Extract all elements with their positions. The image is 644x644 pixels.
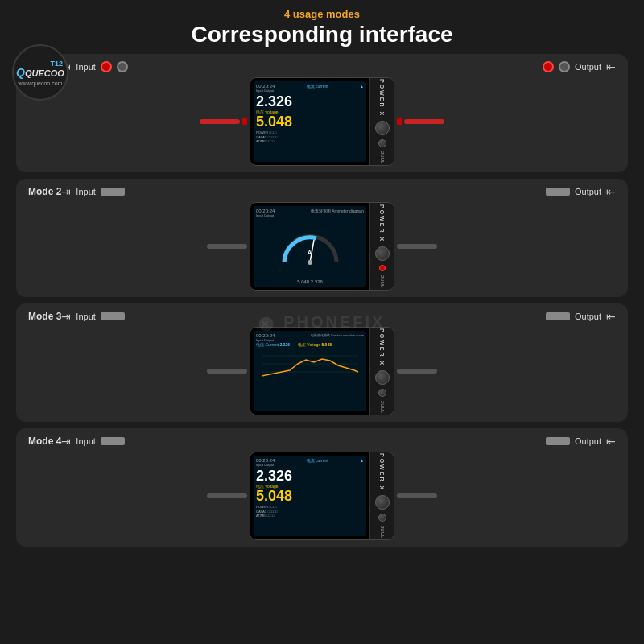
screen-3-voltage: 电压 Voltage 5.048: [298, 342, 332, 347]
screen-3-current: 电流 Current 2.326: [256, 342, 290, 347]
screen-2: 00:20:24 电流波形图 Ammeter diagram Input Out…: [254, 206, 366, 287]
output-arrow-icon: ⇤: [606, 60, 616, 73]
connector-usb-in-2: [101, 188, 125, 196]
mode-panel-4: Mode 4 ⇥ Input Output ⇤: [16, 428, 628, 547]
connector-usb-out-3: [546, 312, 570, 320]
mode-1-output-label: Output: [575, 62, 601, 72]
device-body-2: 00:20:24 电流波形图 Ammeter diagram Input Out…: [250, 202, 394, 291]
logo: T12 QQUECOO www.quecoo.com: [12, 44, 68, 101]
svg-text:A: A: [308, 250, 312, 255]
brand-power-x-1: POWER X: [379, 79, 385, 117]
side-panel-3: POWER X 2UUL: [369, 328, 394, 415]
connector-black-out-1: [559, 61, 570, 72]
main-title: Corresponding interface: [191, 22, 452, 47]
connector-black-1: [117, 61, 128, 72]
device-body-1: 00:20:24 电流 current ▲ Input Output 2.326…: [250, 77, 394, 166]
cable-left-3: [207, 369, 247, 374]
mode-panel-3: Mode 3 ⇥ Input Output ⇤: [16, 303, 628, 422]
mode-2-input-label: Input: [76, 187, 95, 196]
mode-1-input-label: Input: [76, 62, 95, 72]
mode-panel-1: Mode 1 ⇥ Input Output ⇤: [16, 54, 628, 172]
screen-3: 00:20:24 电量变化曲线 Surface variation curve …: [254, 331, 366, 411]
output-arrow-2-icon: ⇤: [606, 185, 616, 198]
output-arrow-3-icon: ⇤: [606, 310, 616, 323]
screen-area-2: 00:20:24 电流波形图 Ammeter diagram Input Out…: [250, 203, 369, 290]
knob-3: [375, 370, 390, 385]
input-arrow-3-icon: ⇥: [61, 310, 71, 323]
gauge-area: A: [256, 217, 364, 279]
mode-3-input: ⇥ Input: [61, 310, 124, 323]
mode-2-header: Mode 2 ⇥ Input Output ⇤: [28, 185, 616, 198]
mode-3-body: 00:20:24 电量变化曲线 Surface variation curve …: [28, 327, 616, 415]
knob-small-3: [378, 389, 386, 397]
cable-right-3: [397, 369, 437, 374]
knob-4: [375, 495, 390, 510]
device-2: 00:20:24 电流波形图 Ammeter diagram Input Out…: [207, 202, 437, 291]
cable-right-4: [397, 493, 437, 498]
plug-red-1: [242, 118, 247, 125]
mode-2-output: Output ⇤: [546, 185, 616, 198]
logo-website: www.quecoo.com: [19, 80, 63, 86]
brand-2uul-1: 2UUL: [380, 151, 385, 163]
brand-power-x-4: POWER X: [379, 453, 385, 491]
side-panel-1: POWER X 2UUL: [369, 78, 394, 165]
device-body-4: 00:20:24 电流 current ▲ Input Output 2.326…: [250, 452, 394, 540]
usage-modes-label: 4 usage modes: [191, 8, 452, 20]
cable-right-2: [397, 244, 437, 249]
brand-2uul-2: 2UUL: [380, 275, 385, 287]
cable-left-4: [207, 493, 247, 498]
knob-1: [375, 121, 390, 135]
screen-1-current-value: 2.326: [256, 94, 364, 109]
cable-right-red-1: [404, 119, 444, 124]
knob-small-1: [378, 139, 386, 147]
screen-1-io-labels: Input Output: [256, 89, 364, 93]
screen-4-io-labels: Input Output: [256, 463, 364, 467]
screen-area-4: 00:20:24 电流 current ▲ Input Output 2.326…: [250, 452, 369, 539]
mode-4-label: Mode 4: [28, 436, 61, 447]
device-1: 00:20:24 电流 current ▲ Input Output 2.326…: [200, 77, 444, 166]
knob-2: [375, 246, 390, 261]
side-panel-4: POWER X 2UUL: [369, 452, 394, 539]
modes-container: Mode 1 ⇥ Input Output ⇤: [16, 54, 628, 547]
chart-svg: [256, 348, 364, 380]
screen-area-1: 00:20:24 电流 current ▲ Input Output 2.326…: [250, 78, 369, 165]
svg-point-1: [308, 260, 312, 265]
mode-1-output: Output ⇤: [543, 60, 616, 73]
knob-small-4: [378, 514, 386, 522]
brand-2uul-4: 2UUL: [380, 526, 385, 538]
mode-2-input: ⇥ Input: [61, 185, 124, 198]
screen-4-stats: POWER □□□□ CAPAC □□□□□ ATIME □□□□: [256, 505, 364, 518]
mode-4-output-label: Output: [575, 436, 601, 446]
connector-usb-in-3: [101, 312, 125, 320]
connector-usb-in-4: [101, 437, 125, 445]
screen-4: 00:20:24 电流 current ▲ Input Output 2.326…: [254, 456, 366, 536]
screen-1: 00:20:24 电流 current ▲ Input Output 2.326…: [254, 81, 366, 162]
red-dot-2: [379, 265, 386, 271]
mode-panel-2: Mode 2 ⇥ Input Output ⇤: [16, 179, 628, 297]
mode-1-header: Mode 1 ⇥ Input Output ⇤: [28, 60, 616, 73]
mode-4-input: ⇥ Input: [61, 435, 124, 448]
screen-4-voltage-value: 5.048: [256, 489, 364, 503]
stat-row-3: ATIME □□□□: [256, 139, 364, 144]
logo-brand: QQUECOO: [16, 66, 64, 79]
mode-4-header: Mode 4 ⇥ Input Output ⇤: [28, 435, 616, 448]
mode-1-input: ⇥ Input: [61, 60, 127, 73]
mode-1-body: 00:20:24 电流 current ▲ Input Output 2.326…: [28, 77, 616, 166]
mode-4-output: Output ⇤: [546, 435, 616, 448]
screen-1-voltage-value: 5.048: [256, 114, 364, 129]
brand-2uul-3: 2UUL: [380, 401, 385, 413]
side-panel-2: POWER X 2UUL: [369, 203, 394, 290]
page-container: 4 usage modes Corresponding interface T1…: [0, 0, 644, 644]
mode-2-output-label: Output: [575, 187, 601, 196]
device-body-3: 00:20:24 电量变化曲线 Surface variation curve …: [250, 327, 394, 415]
mode-3-label: Mode 3: [28, 311, 61, 322]
stat-row-4-3: ATIME □□□□: [256, 514, 364, 518]
mode-3-input-label: Input: [76, 312, 95, 321]
cable-left-2: [207, 244, 247, 249]
plug-red-out-1: [397, 118, 402, 125]
mode-3-output-label: Output: [575, 312, 601, 321]
connector-red-1: [101, 61, 112, 72]
mode-2-body: 00:20:24 电流波形图 Ammeter diagram Input Out…: [28, 202, 616, 291]
brand-power-x-2: POWER X: [379, 204, 385, 242]
mode-3-output: Output ⇤: [546, 310, 616, 323]
